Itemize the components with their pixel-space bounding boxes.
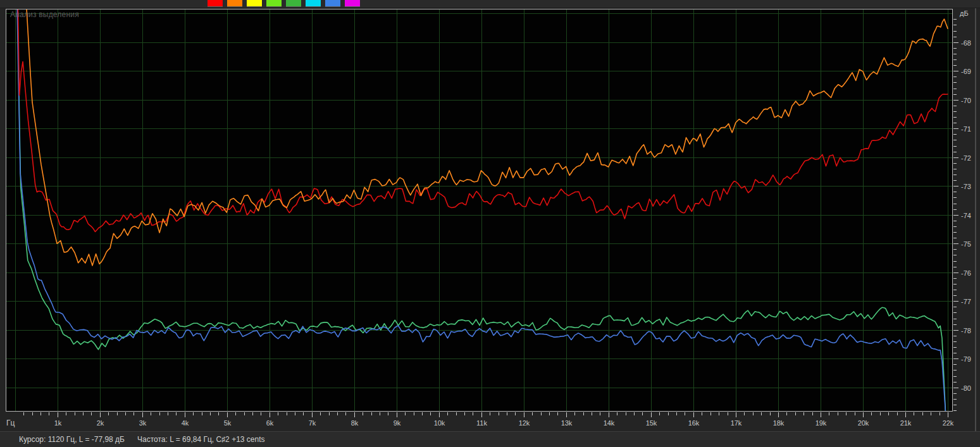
chart-region: -68-69-70-71-72-73-74-75-76-77-78-79-801… [0, 0, 980, 447]
x-tick-label: 7k [309, 419, 316, 427]
x-tick-label: 17k [731, 419, 742, 427]
x-tick-label: 15k [646, 419, 657, 427]
y-tick-label: -78 [961, 327, 971, 334]
y-tick-label: -79 [961, 355, 971, 363]
x-tick-label: 13k [561, 419, 573, 427]
plot-background [6, 9, 953, 412]
x-tick-label: 18k [773, 419, 785, 427]
y-tick-label: -68 [961, 39, 971, 47]
window-right-edge [975, 8, 976, 432]
spectrum-plot[interactable]: -68-69-70-71-72-73-74-75-76-77-78-79-801… [0, 0, 980, 447]
y-tick-label: -70 [961, 97, 971, 104]
y-tick-label: -73 [961, 183, 971, 190]
x-tick-label: 4k [182, 419, 189, 427]
y-tick-label: -80 [961, 384, 971, 392]
x-tick-label: 22k [943, 419, 954, 427]
x-tick-label: 21k [900, 419, 912, 427]
status-frequency-readout: Частота: L = 69,84 Гц, C♯2 +13 cents [137, 435, 265, 444]
x-tick-label: 3k [139, 419, 147, 427]
y-tick-label: -72 [961, 154, 971, 162]
y-tick-label: -77 [961, 298, 971, 305]
x-tick-label: 8k [351, 419, 359, 427]
x-tick-label: 10k [434, 419, 445, 427]
y-axis-unit-label: дБ [960, 9, 969, 17]
y-tick-label: -69 [961, 68, 971, 75]
status-bar: Курсор: 1120 Гц, L = -77,98 дБ Частота: … [0, 431, 980, 447]
x-tick-label: 20k [858, 419, 869, 427]
x-tick-label: 2k [97, 419, 104, 427]
selection-analysis-window: -68-69-70-71-72-73-74-75-76-77-78-79-801… [0, 0, 980, 447]
y-tick-label: -74 [961, 212, 971, 219]
x-tick-label: 16k [688, 419, 700, 427]
x-tick-label: 1k [54, 419, 62, 427]
x-tick-label: 19k [816, 419, 827, 427]
y-tick-label: -71 [961, 125, 971, 133]
x-tick-label: 14k [604, 419, 615, 427]
x-tick-label: 9k [394, 419, 401, 427]
x-axis-unit-label: Гц [6, 419, 15, 427]
status-cursor-readout: Курсор: 1120 Гц, L = -77,98 дБ [19, 435, 125, 444]
x-tick-label: 12k [519, 419, 530, 427]
y-tick-label: -76 [961, 269, 971, 277]
x-tick-label: 6k [266, 419, 274, 427]
x-tick-label: 11k [476, 419, 487, 427]
y-tick-label: -75 [961, 240, 971, 248]
x-tick-label: 5k [224, 419, 232, 427]
